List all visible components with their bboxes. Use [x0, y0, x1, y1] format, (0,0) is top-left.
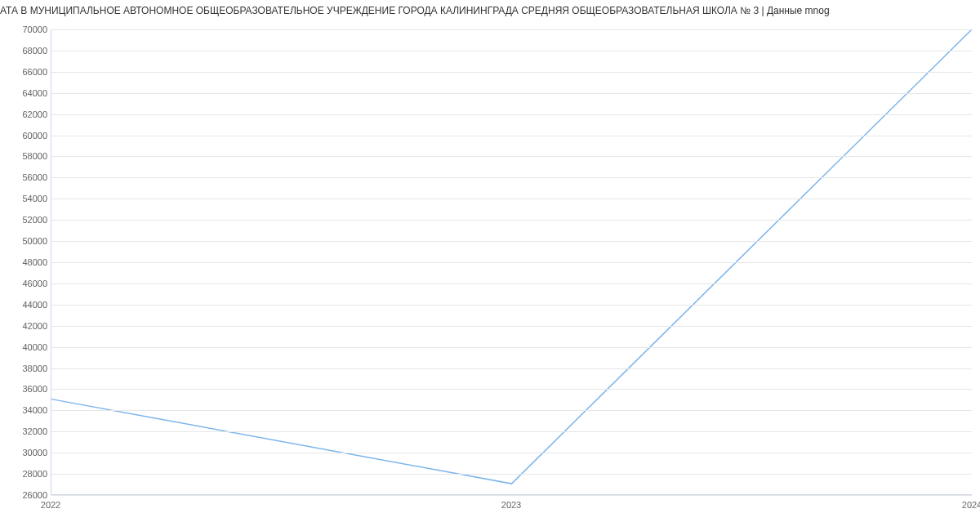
plot-area	[51, 29, 972, 495]
grid-line	[51, 389, 972, 390]
grid-line	[51, 305, 972, 306]
x-tick-label: 2023	[501, 500, 521, 510]
y-tick-label: 68000	[7, 46, 47, 56]
chart-area: 2600028000300003200034000360003800040000…	[0, 20, 980, 522]
y-tick-label: 28000	[7, 469, 47, 479]
grid-line	[51, 72, 972, 73]
y-tick-label: 70000	[7, 25, 47, 34]
y-tick-label: 64000	[7, 88, 47, 98]
x-tick-label: 2022	[41, 500, 60, 510]
data-line	[51, 29, 972, 484]
grid-line	[51, 347, 972, 348]
y-tick-label: 50000	[7, 236, 47, 246]
grid-line	[51, 241, 972, 242]
y-tick-label: 60000	[7, 131, 47, 141]
grid-line	[51, 93, 972, 94]
y-tick-label: 52000	[7, 215, 47, 225]
y-tick-label: 62000	[7, 109, 47, 119]
grid-line	[51, 326, 972, 327]
grid-line	[51, 177, 972, 178]
grid-line	[51, 431, 972, 432]
grid-line	[51, 156, 972, 157]
x-tick-label: 2024	[962, 500, 980, 510]
y-tick-label: 48000	[7, 257, 47, 267]
y-tick-label: 36000	[7, 384, 47, 394]
grid-line	[51, 474, 972, 475]
grid-line	[51, 283, 972, 284]
y-tick-label: 32000	[7, 426, 47, 436]
y-tick-label: 38000	[7, 364, 47, 373]
y-tick-label: 44000	[7, 300, 47, 310]
y-tick-label: 42000	[7, 321, 47, 331]
y-tick-label: 46000	[7, 279, 47, 288]
y-tick-label: 58000	[7, 151, 47, 161]
y-tick-label: 66000	[7, 67, 47, 77]
grid-line	[51, 410, 972, 411]
grid-line	[51, 29, 972, 30]
grid-line	[51, 368, 972, 369]
grid-line	[51, 220, 972, 221]
y-tick-label: 56000	[7, 172, 47, 182]
y-tick-label: 40000	[7, 342, 47, 352]
y-tick-label: 34000	[7, 405, 47, 415]
grid-line	[51, 453, 972, 453]
grid-line	[51, 136, 972, 136]
grid-line	[51, 495, 972, 496]
y-tick-label: 54000	[7, 194, 47, 203]
grid-line	[51, 262, 972, 263]
y-tick-label: 30000	[7, 448, 47, 457]
grid-line	[51, 51, 972, 51]
y-tick-label: 26000	[7, 490, 47, 500]
grid-line	[51, 199, 972, 199]
grid-line	[51, 114, 972, 115]
chart-title: АТА В МУНИЦИПАЛЬНОЕ АВТОНОМНОЕ ОБЩЕОБРАЗ…	[0, 0, 980, 20]
